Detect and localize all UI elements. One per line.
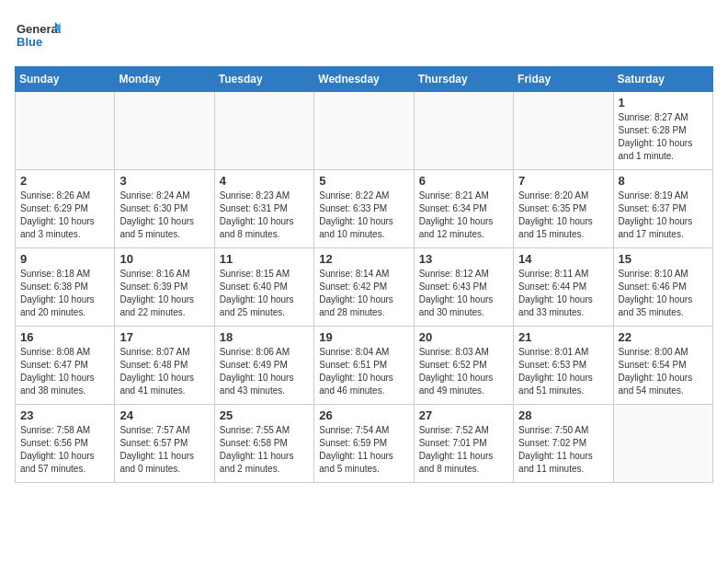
weekday-header-friday: Friday xyxy=(514,67,613,92)
week-row-4: 16Sunrise: 8:08 AM Sunset: 6:47 PM Dayli… xyxy=(16,327,713,405)
day-number: 4 xyxy=(220,174,309,188)
svg-text:Blue: Blue xyxy=(17,35,42,49)
weekday-header-thursday: Thursday xyxy=(414,67,513,92)
day-info: Sunrise: 8:27 AM Sunset: 6:28 PM Dayligh… xyxy=(619,111,708,163)
calendar-cell: 12Sunrise: 8:14 AM Sunset: 6:42 PM Dayli… xyxy=(314,248,414,327)
calendar-cell: 19Sunrise: 8:04 AM Sunset: 6:51 PM Dayli… xyxy=(314,327,414,405)
day-info: Sunrise: 7:50 AM Sunset: 7:02 PM Dayligh… xyxy=(518,424,608,476)
weekday-header-saturday: Saturday xyxy=(613,67,712,92)
day-info: Sunrise: 8:24 AM Sunset: 6:30 PM Dayligh… xyxy=(119,190,209,241)
calendar-cell: 14Sunrise: 8:11 AM Sunset: 6:44 PM Dayli… xyxy=(514,248,613,327)
day-number: 22 xyxy=(619,330,708,344)
day-info: Sunrise: 8:10 AM Sunset: 6:46 PM Dayligh… xyxy=(619,268,708,319)
day-info: Sunrise: 8:23 AM Sunset: 6:31 PM Dayligh… xyxy=(220,190,309,241)
calendar-cell: 16Sunrise: 8:08 AM Sunset: 6:47 PM Dayli… xyxy=(16,327,115,405)
weekday-header-tuesday: Tuesday xyxy=(214,67,313,92)
calendar-cell xyxy=(613,405,712,483)
day-info: Sunrise: 8:03 AM Sunset: 6:52 PM Dayligh… xyxy=(419,346,508,397)
day-number: 17 xyxy=(119,330,209,344)
day-number: 5 xyxy=(319,174,408,188)
day-info: Sunrise: 7:52 AM Sunset: 7:01 PM Dayligh… xyxy=(419,424,508,476)
calendar-cell: 1Sunrise: 8:27 AM Sunset: 6:28 PM Daylig… xyxy=(613,92,712,170)
day-info: Sunrise: 8:01 AM Sunset: 6:53 PM Dayligh… xyxy=(518,346,608,397)
logo: General Blue xyxy=(15,15,61,59)
day-number: 6 xyxy=(419,174,508,188)
day-info: Sunrise: 7:55 AM Sunset: 6:58 PM Dayligh… xyxy=(220,424,309,476)
calendar-cell: 3Sunrise: 8:24 AM Sunset: 6:30 PM Daylig… xyxy=(115,170,214,248)
day-number: 8 xyxy=(619,174,708,188)
calendar-cell xyxy=(115,92,214,170)
day-number: 18 xyxy=(220,330,309,344)
calendar-cell: 24Sunrise: 7:57 AM Sunset: 6:57 PM Dayli… xyxy=(115,405,214,483)
calendar-cell: 17Sunrise: 8:07 AM Sunset: 6:48 PM Dayli… xyxy=(115,327,214,405)
calendar-cell: 4Sunrise: 8:23 AM Sunset: 6:31 PM Daylig… xyxy=(214,170,313,248)
day-number: 7 xyxy=(518,174,608,188)
day-info: Sunrise: 7:54 AM Sunset: 6:59 PM Dayligh… xyxy=(319,424,408,476)
day-info: Sunrise: 7:58 AM Sunset: 6:56 PM Dayligh… xyxy=(20,424,109,476)
weekday-header-sunday: Sunday xyxy=(16,67,115,92)
calendar-cell: 7Sunrise: 8:20 AM Sunset: 6:35 PM Daylig… xyxy=(514,170,613,248)
day-info: Sunrise: 8:07 AM Sunset: 6:48 PM Dayligh… xyxy=(119,346,209,397)
logo-icon: General Blue xyxy=(15,15,61,55)
day-number: 20 xyxy=(419,330,508,344)
day-number: 27 xyxy=(419,408,508,422)
day-number: 3 xyxy=(119,174,209,188)
day-number: 11 xyxy=(220,252,309,266)
calendar-cell xyxy=(16,92,115,170)
day-info: Sunrise: 8:16 AM Sunset: 6:39 PM Dayligh… xyxy=(119,268,209,319)
day-number: 9 xyxy=(20,252,109,266)
week-row-5: 23Sunrise: 7:58 AM Sunset: 6:56 PM Dayli… xyxy=(16,405,713,483)
calendar-cell: 9Sunrise: 8:18 AM Sunset: 6:38 PM Daylig… xyxy=(16,248,115,327)
day-info: Sunrise: 8:06 AM Sunset: 6:49 PM Dayligh… xyxy=(220,346,309,397)
day-info: Sunrise: 8:14 AM Sunset: 6:42 PM Dayligh… xyxy=(319,268,408,319)
calendar-table: SundayMondayTuesdayWednesdayThursdayFrid… xyxy=(15,66,713,483)
calendar-cell xyxy=(514,92,613,170)
day-info: Sunrise: 7:57 AM Sunset: 6:57 PM Dayligh… xyxy=(119,424,209,476)
day-number: 2 xyxy=(20,174,109,188)
weekday-header-wednesday: Wednesday xyxy=(314,67,414,92)
day-info: Sunrise: 8:22 AM Sunset: 6:33 PM Dayligh… xyxy=(319,190,408,241)
day-number: 10 xyxy=(119,252,209,266)
calendar-cell: 22Sunrise: 8:00 AM Sunset: 6:54 PM Dayli… xyxy=(613,327,712,405)
day-number: 25 xyxy=(220,408,309,422)
day-info: Sunrise: 8:11 AM Sunset: 6:44 PM Dayligh… xyxy=(518,268,608,319)
day-number: 16 xyxy=(20,330,109,344)
calendar-cell xyxy=(414,92,513,170)
day-info: Sunrise: 8:26 AM Sunset: 6:29 PM Dayligh… xyxy=(20,190,109,241)
day-number: 14 xyxy=(518,252,608,266)
day-info: Sunrise: 8:18 AM Sunset: 6:38 PM Dayligh… xyxy=(20,268,109,319)
day-number: 26 xyxy=(319,408,408,422)
calendar-cell: 18Sunrise: 8:06 AM Sunset: 6:49 PM Dayli… xyxy=(214,327,313,405)
calendar-cell: 15Sunrise: 8:10 AM Sunset: 6:46 PM Dayli… xyxy=(613,248,712,327)
calendar-cell: 11Sunrise: 8:15 AM Sunset: 6:40 PM Dayli… xyxy=(214,248,313,327)
svg-text:General: General xyxy=(17,22,61,36)
calendar-cell: 6Sunrise: 8:21 AM Sunset: 6:34 PM Daylig… xyxy=(414,170,513,248)
week-row-3: 9Sunrise: 8:18 AM Sunset: 6:38 PM Daylig… xyxy=(16,248,713,327)
day-number: 1 xyxy=(619,96,708,109)
day-info: Sunrise: 8:21 AM Sunset: 6:34 PM Dayligh… xyxy=(419,190,508,241)
week-row-1: 1Sunrise: 8:27 AM Sunset: 6:28 PM Daylig… xyxy=(16,92,713,170)
calendar-cell: 23Sunrise: 7:58 AM Sunset: 6:56 PM Dayli… xyxy=(16,405,115,483)
calendar-cell: 10Sunrise: 8:16 AM Sunset: 6:39 PM Dayli… xyxy=(115,248,214,327)
day-number: 15 xyxy=(619,252,708,266)
calendar-cell: 13Sunrise: 8:12 AM Sunset: 6:43 PM Dayli… xyxy=(414,248,513,327)
weekday-header-monday: Monday xyxy=(115,67,214,92)
calendar-cell xyxy=(214,92,313,170)
calendar-cell: 26Sunrise: 7:54 AM Sunset: 6:59 PM Dayli… xyxy=(314,405,414,483)
day-number: 13 xyxy=(419,252,508,266)
calendar-cell: 5Sunrise: 8:22 AM Sunset: 6:33 PM Daylig… xyxy=(314,170,414,248)
day-number: 28 xyxy=(518,408,608,422)
calendar-cell: 25Sunrise: 7:55 AM Sunset: 6:58 PM Dayli… xyxy=(214,405,313,483)
day-number: 21 xyxy=(518,330,608,344)
day-info: Sunrise: 8:08 AM Sunset: 6:47 PM Dayligh… xyxy=(20,346,109,397)
day-info: Sunrise: 8:15 AM Sunset: 6:40 PM Dayligh… xyxy=(220,268,309,319)
day-number: 24 xyxy=(119,408,209,422)
day-info: Sunrise: 8:20 AM Sunset: 6:35 PM Dayligh… xyxy=(518,190,608,241)
day-number: 23 xyxy=(20,408,109,422)
calendar-cell: 28Sunrise: 7:50 AM Sunset: 7:02 PM Dayli… xyxy=(514,405,613,483)
calendar-cell xyxy=(314,92,414,170)
calendar-cell: 8Sunrise: 8:19 AM Sunset: 6:37 PM Daylig… xyxy=(613,170,712,248)
calendar-header-row: SundayMondayTuesdayWednesdayThursdayFrid… xyxy=(16,67,713,92)
day-number: 12 xyxy=(319,252,408,266)
day-info: Sunrise: 8:19 AM Sunset: 6:37 PM Dayligh… xyxy=(619,190,708,241)
